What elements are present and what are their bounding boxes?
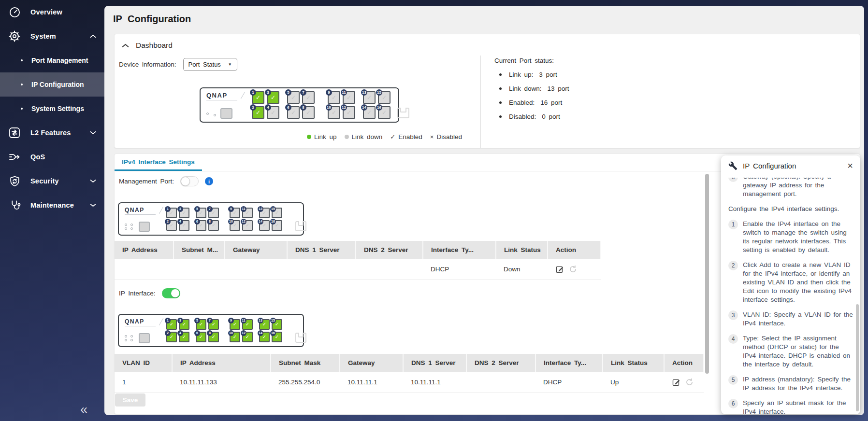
legend-item: ✓Enabled xyxy=(390,133,422,140)
help-scrollbar[interactable] xyxy=(856,304,859,411)
chevron-down-icon xyxy=(90,203,96,207)
port-16: 16 xyxy=(272,332,282,342)
link-down-dot-icon xyxy=(345,135,349,139)
column-header: Gateway xyxy=(225,241,287,259)
sidebar-item-overview[interactable]: Overview xyxy=(0,0,104,24)
device-information-select[interactable]: Port Status ▼ xyxy=(183,58,237,71)
collapse-section-icon[interactable] xyxy=(122,43,129,48)
sidebar-collapse-button[interactable]: « xyxy=(80,403,87,416)
step-number: 2 xyxy=(728,261,738,270)
port-4: 4 xyxy=(179,332,189,342)
bullet-icon xyxy=(21,59,23,61)
info-icon[interactable]: i xyxy=(205,177,213,185)
port-12: 12 xyxy=(242,332,253,342)
port-13: 13 xyxy=(363,91,376,104)
port-1: 1 xyxy=(252,91,264,104)
tab-ipv4-interface-settings[interactable]: IPv4 Interface Settings xyxy=(115,154,202,171)
legend-item: Link up xyxy=(307,133,337,140)
main-scrollbar[interactable] xyxy=(705,174,709,374)
sidebar-item-system[interactable]: System xyxy=(0,24,104,48)
ip-interface-label: IP Interface: xyxy=(119,290,156,297)
edit-icon[interactable] xyxy=(555,265,564,274)
port-10: 10 xyxy=(230,220,240,231)
chevron-down-icon xyxy=(90,131,96,135)
port-14: 14 xyxy=(363,106,376,119)
port-10: 10 xyxy=(328,106,340,119)
save-button[interactable]: Save xyxy=(115,393,145,407)
column-header: IP Address xyxy=(115,241,174,259)
sidebar-item-security[interactable]: Security xyxy=(0,169,104,193)
table-cell: DHCP xyxy=(535,372,603,392)
management-port-diagram: QNAP12345678910111213141516 xyxy=(118,202,304,236)
port-15: 15 xyxy=(272,208,282,218)
ip-interface-toggle[interactable] xyxy=(162,288,180,298)
port-11: 11 xyxy=(343,91,355,104)
port-11: 11 xyxy=(242,208,253,218)
sidebar-item-maintenance[interactable]: Maintenance xyxy=(0,193,104,217)
column-header: Action xyxy=(548,241,601,259)
management-port-toggle[interactable] xyxy=(180,176,199,186)
port-status-item: Disabled:0 port xyxy=(494,113,569,120)
port-2: 2 xyxy=(252,106,264,119)
led-indicators xyxy=(125,335,134,341)
console-port xyxy=(139,333,150,343)
sidebar-item-ip-configuration[interactable]: IP Configuration xyxy=(0,72,104,97)
port-3: 3 xyxy=(267,91,279,104)
shield-icon xyxy=(7,175,22,187)
column-header: Subnet Mask xyxy=(271,354,340,372)
table-cell: 10.11.11.1 xyxy=(340,372,403,392)
help-step: 6Specify an IP subnet mask for the IPv4 … xyxy=(728,399,854,414)
table-cell: Down xyxy=(496,259,548,279)
port-16: 16 xyxy=(378,106,391,119)
port-8: 8 xyxy=(302,106,315,119)
qnap-logo: QNAP xyxy=(206,92,237,100)
refresh-icon[interactable] xyxy=(685,378,694,386)
refresh-icon[interactable] xyxy=(569,265,577,273)
help-step: 6Gateway (optional). Specify a gateway I… xyxy=(728,178,854,198)
uplink-port xyxy=(295,333,306,343)
table-row: DHCPDown xyxy=(115,259,601,279)
sidebar-item-port-management[interactable]: Port Management xyxy=(0,48,104,72)
column-header: DNS 1 Server xyxy=(287,241,356,259)
port-7: 7 xyxy=(208,208,219,218)
uplink-port xyxy=(397,108,409,118)
port-3: 3 xyxy=(179,208,189,218)
bullet-icon xyxy=(21,84,23,85)
qnap-logo: QNAP xyxy=(125,318,156,326)
column-header: VLAN ID xyxy=(115,354,172,372)
sidebar-item-qos[interactable]: QoS xyxy=(0,145,104,169)
port-14: 14 xyxy=(259,332,270,342)
port-14: 14 xyxy=(259,220,270,231)
help-content: 6Gateway (optional). Specify a gateway I… xyxy=(728,178,854,414)
port-status-item: Link up:3 port xyxy=(494,71,569,78)
bullet-icon xyxy=(21,108,23,110)
close-icon[interactable]: × xyxy=(847,161,853,170)
step-number: 6 xyxy=(728,178,738,182)
port-12: 12 xyxy=(343,106,355,119)
port-4: 4 xyxy=(267,106,279,119)
step-number: 6 xyxy=(728,399,738,408)
column-header: DNS 2 Server xyxy=(356,241,423,259)
step-number: 4 xyxy=(728,334,738,344)
stethoscope-icon xyxy=(7,199,22,211)
sidebar-item-l2-features[interactable]: L2 Features xyxy=(0,121,104,145)
device-information-value: Port Status xyxy=(188,61,221,68)
legend-item: Link down xyxy=(345,133,383,140)
sidebar-menu: OverviewSystemPort ManagementIP Configur… xyxy=(0,0,104,217)
dashboard-section-title: Dashboard xyxy=(136,41,173,50)
edit-icon[interactable] xyxy=(672,378,681,387)
port-8: 8 xyxy=(208,220,219,231)
step-number: 3 xyxy=(728,310,738,320)
device-information-label: Device information: xyxy=(119,61,176,68)
sidebar-item-system-settings[interactable]: System Settings xyxy=(0,97,104,121)
table-cell: 10.11.11.133 xyxy=(172,372,271,392)
table-cell xyxy=(466,372,535,392)
current-port-status-heading: Current Port status: xyxy=(494,57,569,64)
step-number: 5 xyxy=(728,375,738,385)
table-cell xyxy=(174,259,225,279)
table-row: 110.11.11.133255.255.254.010.11.11.110.1… xyxy=(115,372,704,392)
column-header: DNS 2 Server xyxy=(466,354,535,372)
port-13: 13 xyxy=(259,319,270,330)
port-12: 12 xyxy=(242,220,253,231)
column-header: Link Status xyxy=(603,354,664,372)
